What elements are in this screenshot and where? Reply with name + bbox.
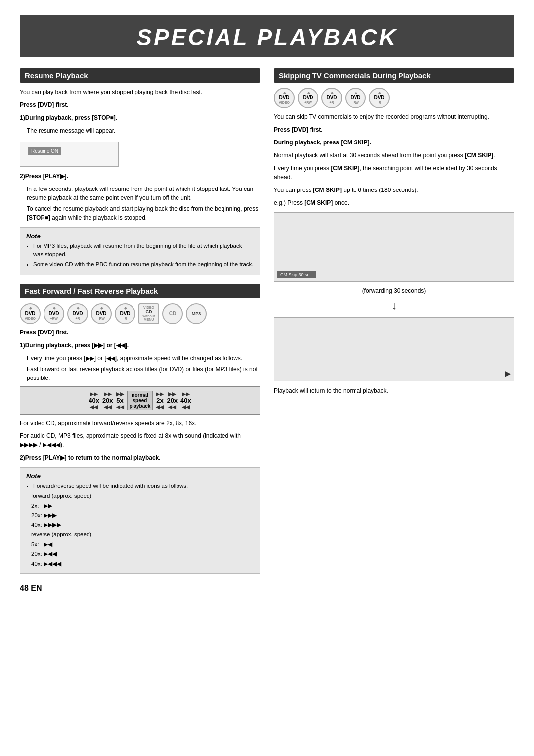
skip-dvd-r-logo: ◆ DVD +R [321, 88, 342, 108]
dvd-video-logo: ◆ DVD VIDEO [20, 303, 41, 324]
resume-step1-note: The resume message will appear. [20, 126, 260, 135]
speed-40x-right: ▶▶ 40x ◀◀ [180, 391, 191, 410]
speed-40x-left: ▶▶ 40x ◀◀ [89, 391, 99, 410]
ff-speed-40x: 40x: ▶▶▶▶ [31, 520, 254, 530]
ff-speed-2x: 2x: ▶▶ [31, 501, 254, 511]
resume-note-title: Note [26, 233, 254, 240]
resume-note-item-1: For MP3 files, playback will resume from… [33, 242, 254, 259]
skipping-video-box-2: ▶ [274, 317, 514, 381]
resume-step2-body1: In a few seconds, playback will resume f… [20, 185, 260, 202]
ff-section-header: Fast Forward / Fast Reverse Playback [20, 284, 260, 298]
speed-row: ▶▶ 40x ◀◀ ▶▶ 20x ◀◀ ▶▶ 5x ◀◀ [23, 391, 257, 410]
ff-speed-reverse-label: reverse (approx. speed) [31, 530, 254, 540]
ff-speed-rev-20x: 20x: ▶◀◀ [31, 549, 254, 559]
content-columns: Resume Playback You can play back from w… [20, 68, 514, 593]
dvd-rw-logo: ◆ DVD +RW [44, 303, 64, 324]
ff-dvd-logos: ◆ DVD VIDEO ◆ DVD +RW ◆ DVD +R ◆ DVD [20, 303, 260, 324]
resume-section-header: Resume Playback [20, 68, 260, 83]
speed-20x-right: ▶▶ 20x ◀◀ [167, 391, 178, 410]
speed-2x: ▶▶ 2x ◀◀ [156, 391, 164, 410]
skipping-section-header: Skipping TV Commercials During Playback [274, 68, 514, 83]
ff-step1-body1: Every time you press [▶▶] or [◀◀], appro… [20, 354, 260, 363]
resume-note-item-2: Some video CD with the PBC function resu… [33, 260, 254, 269]
skipping-dvd-logos: ◆ DVD VIDEO ◆ DVD +RW ◆ DVD +R ◆ DVD [274, 88, 514, 108]
ff-speed-20x: 20x: ▶▶▶ [31, 511, 254, 520]
ff-speed-icons: forward (approx. speed) 2x: ▶▶ 20x: ▶▶▶ … [26, 491, 254, 568]
ff-speed-forward-label: forward (approx. speed) [31, 491, 254, 501]
skipping-during-label: During playback, press [CM SKIP]. [274, 138, 514, 147]
speed-20x-left: ▶▶ 20x ◀◀ [102, 391, 113, 410]
left-column: Resume Playback You can play back from w… [20, 68, 260, 593]
page-title: SPECIAL PLAYBACK [25, 24, 509, 50]
skipping-video-box-1: CM Skip 30 sec. [274, 212, 514, 282]
cd-logo: CD [162, 303, 183, 324]
ff-note-list: Forward/reverse speed will be indicated … [26, 482, 254, 490]
skipping-body1: Normal playback will start at 30 seconds… [274, 151, 514, 160]
resume-step1: 1)During playback, press [STOP■]. [20, 113, 260, 122]
resume-note-list: For MP3 files, playback will resume from… [26, 242, 254, 269]
ff-note-box: Note Forward/reverse speed will be indic… [20, 467, 260, 574]
ff-audio-cd-note: For audio CD, MP3 files, approximate spe… [20, 431, 260, 449]
speed-5x: ▶▶ 5x ◀◀ [116, 391, 124, 410]
skip-dvd-video-logo: ◆ DVD VIDEO [274, 88, 295, 108]
dvd-r-logo: ◆ DVD +R [67, 303, 88, 324]
main-title-bar: SPECIAL PLAYBACK [20, 15, 514, 57]
ff-note-item-1: Forward/reverse speed will be indicated … [33, 482, 254, 490]
resume-step2-body2: To cancel the resume playback and start … [20, 204, 260, 222]
resume-press-dvd: Press [DVD] first. [20, 100, 260, 109]
resume-on-box: Resume ON [20, 142, 119, 167]
ff-step1-body2: Fast forward or fast reverse playback ac… [20, 365, 260, 382]
forwarding-label: (forwarding 30 seconds) [274, 286, 514, 295]
vcd-logo: VIDEO CD without MENU [138, 303, 159, 324]
play-indicator-icon: ▶ [505, 369, 511, 378]
resume-step1-label: 1)During playback, press [STOP■]. [20, 114, 117, 121]
dvd-minus-rw-logo: ◆ DVD -RW [91, 303, 112, 324]
skipping-intro: You can skip TV commercials to enjoy the… [274, 112, 514, 121]
cm-skip-label: CM Skip 30 sec. [277, 271, 316, 278]
ff-step1: 1)During playback, press [▶▶] or [◀◀]. [20, 341, 260, 350]
skipping-eg: e.g.) Press [CM SKIP] once. [274, 198, 514, 207]
skipping-body2: Every time you press [CM SKIP], the sear… [274, 164, 514, 182]
ff-note-title: Note [26, 472, 254, 480]
skipping-press-dvd: Press [DVD] first. [274, 125, 514, 134]
skip-dvd-minus-rw-logo: ◆ DVD -RW [345, 88, 366, 108]
ff-step2-label: 2)Press [PLAY▶] to return to the normal … [20, 454, 161, 461]
ff-speed-rev-5x: 5x: ▶◀ [31, 540, 254, 550]
mp3-logo: MP3 [186, 303, 207, 324]
arrow-down-icon: ↓ [274, 299, 514, 312]
ff-step2: 2)Press [PLAY▶] to return to the normal … [20, 453, 260, 462]
skipping-return: Playback will return to the normal playb… [274, 386, 514, 395]
resume-step2: 2)Press [PLAY▶]. [20, 172, 260, 181]
ff-step1-label: 1)During playback, press [▶▶] or [◀◀]. [20, 342, 129, 349]
resume-step2-label: 2)Press [PLAY▶]. [20, 173, 68, 180]
skipping-body3: You can press [CM SKIP] up to 6 times (1… [274, 186, 514, 194]
ff-press-dvd: Press [DVD] first. [20, 328, 260, 337]
speed-diagram: ▶▶ 40x ◀◀ ▶▶ 20x ◀◀ ▶▶ 5x ◀◀ [20, 386, 260, 415]
resume-note-box: Note For MP3 files, playback will resume… [20, 227, 260, 275]
ff-speed-rev-40x: 40x: ▶◀◀◀ [31, 559, 254, 569]
dvd-minus-r-logo: ◆ DVD -R [115, 303, 135, 324]
resume-on-label: Resume ON [28, 147, 61, 155]
speed-normal: normal speed playback [127, 391, 153, 410]
page-wrapper: SPECIAL PLAYBACK Resume Playback You can… [0, 0, 534, 756]
resume-intro: You can play back from where you stopped… [20, 88, 260, 96]
skip-dvd-minus-r-logo: ◆ DVD -R [369, 88, 390, 108]
ff-video-cd-note: For video CD, approximate forward/revers… [20, 419, 260, 427]
right-column: Skipping TV Commercials During Playback … [274, 68, 514, 399]
page-number: 48 EN [20, 584, 260, 593]
skip-dvd-rw-logo: ◆ DVD +RW [298, 88, 318, 108]
